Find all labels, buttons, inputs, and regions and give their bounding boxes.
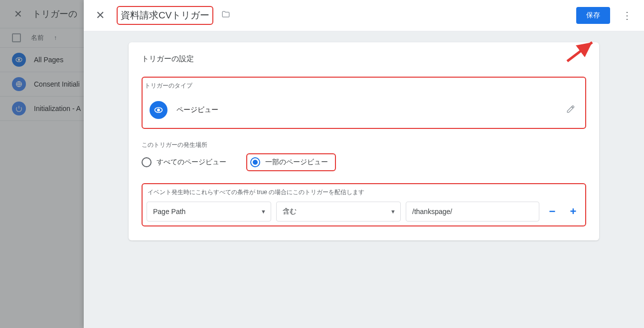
trigger-name-input[interactable]: 資料請求CVトリガー [117, 6, 213, 25]
modal-body: トリガーの設定 トリガーのタイプ ページビュー このトリガーの発生場所 [84, 31, 644, 328]
condition-value-input[interactable] [406, 202, 539, 221]
add-condition-button[interactable]: + [565, 204, 581, 219]
radio-all-label: すべてのページビュー [157, 158, 226, 167]
kebab-menu-icon[interactable]: ⋮ [618, 7, 636, 23]
fires-on-label: このトリガーの発生場所 [142, 141, 586, 149]
card-title: トリガーの設定 [142, 54, 586, 64]
conditions-section: イベント発生時にこれらすべての条件が true の場合にこのトリガーを配信します… [142, 183, 586, 226]
close-button[interactable]: ✕ [92, 7, 109, 24]
fires-on-radios: すべてのページビュー 一部のページビュー [142, 153, 586, 171]
radio-some-label: 一部のページビュー [265, 158, 328, 167]
edit-pencil-icon[interactable] [563, 102, 578, 118]
pageview-eye-icon [150, 101, 167, 119]
remove-condition-button[interactable]: − [544, 204, 560, 219]
conditions-description: イベント発生時にこれらすべての条件が true の場合にこのトリガーを配信します [147, 188, 581, 197]
selected-radio-highlight: 一部のページビュー [246, 153, 336, 171]
trigger-type-value: ページビュー [176, 106, 218, 114]
operator-select-button[interactable]: 含む [276, 202, 401, 221]
save-button[interactable]: 保存 [576, 7, 610, 24]
folder-icon[interactable] [221, 10, 230, 21]
radio-checked-icon [250, 157, 260, 167]
trigger-type-row[interactable]: ページビュー [145, 94, 583, 126]
condition-variable-select[interactable]: Page Path ▼ [147, 202, 271, 221]
condition-row: Page Path ▼ 含む ▼ − + [147, 202, 581, 221]
variable-select-button[interactable]: Page Path [147, 202, 271, 221]
radio-all-pageviews[interactable]: すべてのページビュー [142, 157, 226, 167]
trigger-config-card: トリガーの設定 トリガーのタイプ ページビュー このトリガーの発生場所 [129, 42, 599, 240]
radio-some-pageviews[interactable]: 一部のページビュー [250, 157, 328, 167]
trigger-editor-modal: ✕ 資料請求CVトリガー 保存 ⋮ トリガーの設定 トリガーのタイプ [84, 0, 644, 328]
trigger-type-section: トリガーのタイプ ページビュー [142, 77, 586, 129]
modal-header: ✕ 資料請求CVトリガー 保存 ⋮ [84, 0, 644, 31]
condition-operator-select[interactable]: 含む ▼ [276, 202, 401, 221]
radio-unchecked-icon [142, 157, 152, 167]
svg-point-5 [158, 109, 160, 111]
trigger-type-label: トリガーのタイプ [145, 82, 583, 90]
